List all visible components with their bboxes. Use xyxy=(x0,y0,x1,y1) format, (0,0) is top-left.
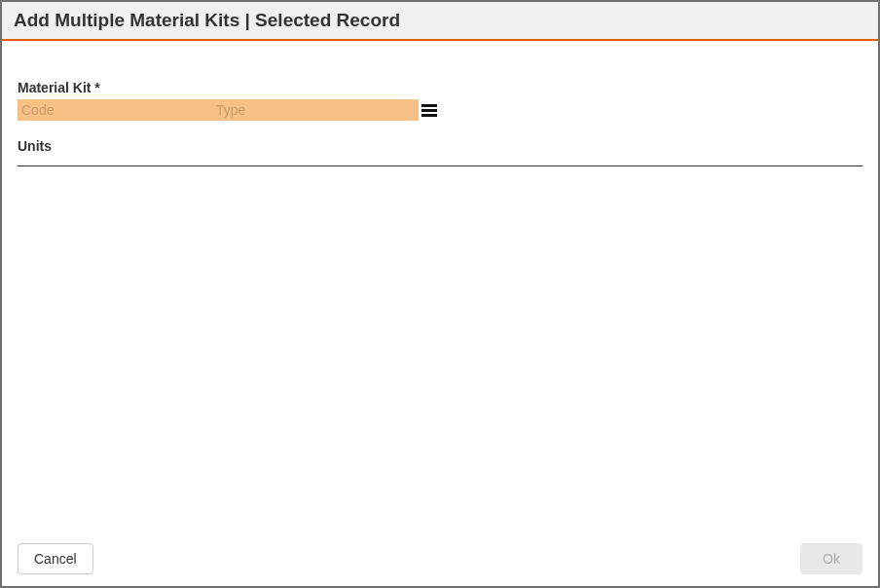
dialog-container: Add Multiple Material Kits | Selected Re… xyxy=(0,0,880,588)
dialog-title: Add Multiple Material Kits | Selected Re… xyxy=(14,10,866,31)
ok-button[interactable]: Ok xyxy=(800,543,862,574)
cancel-button[interactable]: Cancel xyxy=(18,543,93,574)
units-section: Units xyxy=(18,138,862,166)
material-kit-type-input[interactable] xyxy=(212,99,419,121)
dialog-body: Material Kit * Units xyxy=(2,41,878,532)
material-kit-row xyxy=(18,99,862,121)
lookup-icon[interactable] xyxy=(421,101,438,119)
material-kit-group: Material Kit * xyxy=(18,80,862,121)
dialog-header: Add Multiple Material Kits | Selected Re… xyxy=(2,2,878,41)
material-kit-code-input[interactable] xyxy=(18,99,212,121)
units-label: Units xyxy=(18,138,862,154)
material-kit-combo[interactable] xyxy=(18,99,419,121)
dialog-footer: Cancel Ok xyxy=(2,532,878,586)
material-kit-label: Material Kit * xyxy=(18,80,862,95)
units-divider xyxy=(18,165,862,166)
